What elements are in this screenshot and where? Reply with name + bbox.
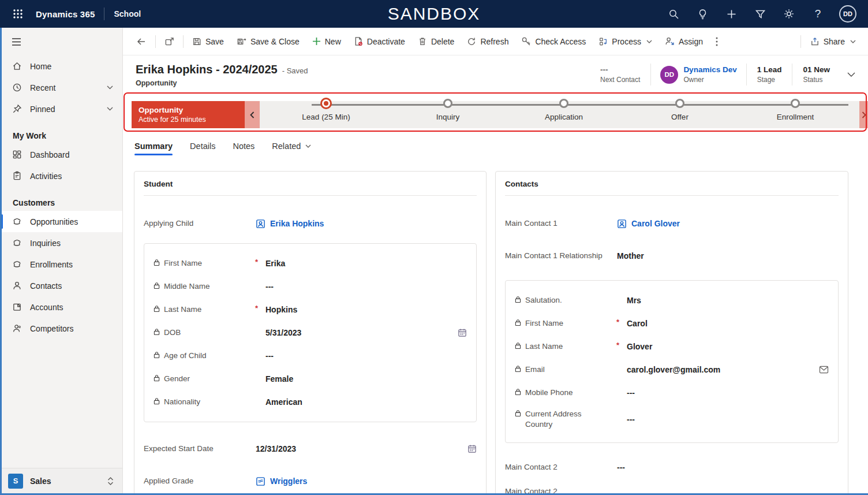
field-value[interactable]: 12/31/2023: [256, 444, 462, 453]
settings-icon[interactable]: [775, 0, 803, 28]
sidebar-item-recent[interactable]: Recent: [0, 77, 122, 98]
applying-child-link[interactable]: Erika Hopkins: [256, 219, 462, 229]
topbar-actions: ? DD: [659, 0, 860, 28]
field-label: Main Contact 2: [505, 462, 558, 472]
record-header: Erika Hopkins - 2024/2025- Saved Opportu…: [123, 55, 868, 94]
stage-offer[interactable]: Offer: [634, 99, 726, 121]
add-icon[interactable]: [717, 0, 746, 28]
lookup-value[interactable]: Carol Glover: [631, 219, 680, 228]
field-value[interactable]: ---: [627, 388, 814, 397]
refresh-button[interactable]: Refresh: [461, 31, 515, 52]
field-value[interactable]: Carol: [627, 319, 814, 328]
tab-details[interactable]: Details: [190, 132, 215, 161]
field-value[interactable]: ---: [617, 463, 824, 472]
field-value[interactable]: Mother: [617, 251, 824, 260]
field-label: Mobile Phone: [525, 388, 573, 398]
calendar-icon[interactable]: [467, 444, 477, 453]
pin-icon: [12, 104, 22, 114]
email-icon[interactable]: [819, 366, 829, 374]
tab-label: Related: [272, 142, 301, 151]
sidebar-item-dashboard[interactable]: Dashboard: [0, 144, 122, 165]
field-value[interactable]: Hopkins: [265, 305, 452, 314]
field-value[interactable]: Mrs: [627, 296, 814, 305]
field-value[interactable]: ---: [627, 415, 814, 424]
save-and-close-button[interactable]: Save & Close: [230, 31, 306, 52]
field-value[interactable]: carol.glover@gmail.com: [627, 365, 814, 374]
lookup-value[interactable]: Wrigglers: [270, 477, 307, 486]
applied-grade-link[interactable]: Wrigglers: [256, 477, 462, 486]
sidebar-item-pinned[interactable]: Pinned: [0, 98, 122, 120]
lightbulb-icon[interactable]: [688, 0, 717, 28]
help-icon[interactable]: ?: [803, 0, 832, 28]
sidebar-item-enrollments[interactable]: Enrollments: [0, 254, 122, 275]
search-icon[interactable]: [659, 0, 688, 28]
tab-summary[interactable]: Summary: [134, 132, 173, 161]
save-button[interactable]: Save: [186, 31, 230, 52]
assign-button[interactable]: Assign: [659, 31, 709, 52]
main-contact-1-link[interactable]: Carol Glover: [617, 219, 824, 229]
delete-icon: [418, 36, 427, 46]
sidebar-item-accounts[interactable]: Accounts: [0, 296, 122, 318]
more-commands-button[interactable]: [709, 31, 724, 52]
header-expand-chevron[interactable]: [840, 72, 862, 77]
hamburger-icon[interactable]: [12, 38, 21, 46]
sidebar-item-opportunities[interactable]: Opportunities: [0, 211, 122, 232]
stage-next-chevron[interactable]: [859, 101, 868, 128]
main-area: Save Save & Close New: [123, 28, 868, 495]
calendar-icon[interactable]: [458, 328, 467, 337]
user-avatar[interactable]: DD: [839, 5, 856, 23]
popout-button[interactable]: [158, 31, 181, 52]
delete-button[interactable]: Delete: [411, 31, 461, 52]
stage-enrollment[interactable]: Enrollment: [749, 99, 841, 121]
accounts-icon: [12, 302, 22, 312]
field-value[interactable]: ---: [265, 351, 452, 360]
filter-icon[interactable]: [746, 0, 775, 28]
field-label: Applying Child: [144, 218, 193, 229]
assign-icon: [665, 36, 675, 46]
active-stage-duration: Active for 25 minutes: [139, 115, 245, 124]
tab-related[interactable]: Related: [272, 132, 311, 161]
field-value[interactable]: 5/31/2023: [265, 328, 452, 337]
sidebar-item-home[interactable]: Home: [0, 55, 122, 77]
divider: [104, 8, 104, 20]
button-label: Deactivate: [367, 37, 405, 46]
stage-inquiry[interactable]: Inquiry: [402, 99, 494, 121]
lock-icon: [154, 374, 160, 382]
clock-icon: [12, 83, 22, 92]
tab-notes[interactable]: Notes: [233, 132, 255, 161]
stage-collapse-chevron[interactable]: [245, 101, 260, 128]
sidebar-item-label: Pinned: [30, 105, 55, 114]
button-label: Process: [612, 37, 641, 46]
lookup-value[interactable]: Erika Hopkins: [270, 219, 324, 228]
add-icon: [312, 37, 321, 46]
field-value[interactable]: American: [265, 397, 452, 407]
field-value[interactable]: Female: [265, 374, 452, 384]
contact-link-icon: [617, 219, 627, 229]
person-icon: [12, 281, 22, 291]
field-value[interactable]: Erika: [265, 259, 452, 268]
process-button[interactable]: Process: [592, 31, 659, 52]
deactivate-button[interactable]: Deactivate: [347, 31, 411, 52]
sidebar-item-contacts[interactable]: Contacts: [0, 275, 122, 296]
check-access-button[interactable]: Check Access: [515, 31, 592, 52]
field-value[interactable]: ---: [265, 282, 452, 291]
stage-application[interactable]: Application: [518, 99, 610, 121]
field-value[interactable]: Glover: [627, 342, 814, 351]
back-button[interactable]: [130, 31, 153, 52]
sidebar-group-my-work: My Work: [0, 120, 122, 144]
sidebar-item-inquiries[interactable]: Inquiries: [0, 232, 122, 254]
new-button[interactable]: New: [306, 31, 347, 52]
area-switcher[interactable]: S Sales: [0, 468, 122, 493]
sidebar-item-activities[interactable]: Activities: [0, 165, 122, 187]
app-title[interactable]: Dynamics 365: [36, 9, 95, 19]
sidebar-item-competitors[interactable]: Competitors: [0, 318, 122, 339]
record-title: Erika Hopkins - 2024/2025- Saved: [136, 63, 308, 76]
button-label: Delete: [431, 37, 454, 46]
waffle-icon[interactable]: [8, 4, 28, 24]
owner-link[interactable]: Dynamics Dev: [683, 65, 736, 75]
stage-lead[interactable]: Lead (25 Min): [280, 99, 372, 121]
active-stage-chip[interactable]: Opportunity Active for 25 minutes: [132, 101, 245, 128]
app-area-title[interactable]: School: [114, 9, 141, 18]
share-button[interactable]: Share: [803, 31, 862, 52]
owner-field[interactable]: DD Dynamics Dev Owner: [651, 65, 746, 84]
